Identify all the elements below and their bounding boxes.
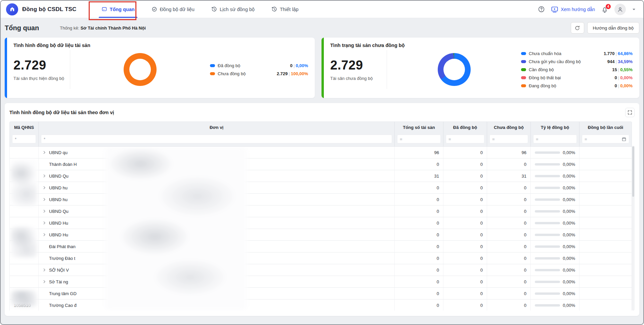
table-row[interactable]: UBND Qu 0 0 0 0,00% xyxy=(10,205,632,217)
table-row[interactable]: UBND Qu 31 0 31 0,00% xyxy=(10,170,632,182)
filter-don-vi[interactable]: * xyxy=(41,135,392,143)
table-vertical-scrollbar[interactable] xyxy=(632,146,635,311)
column-header-ma-qhns[interactable]: Mã QHNS xyxy=(10,122,39,133)
table-row[interactable]: Sở Tài ng 0 0 0 0,00% xyxy=(10,276,632,288)
page-header: Tổng quan Thống kê: Sở Tài chính Thành P… xyxy=(5,18,639,38)
chevron-right-icon[interactable] xyxy=(43,174,46,178)
column-header-tong-so[interactable]: Tổng số tài sản xyxy=(395,122,443,133)
chevron-right-icon[interactable] xyxy=(43,210,46,213)
cell-da-dong-bo: 0 xyxy=(443,147,487,158)
cell-tong-so: 0 xyxy=(395,264,443,276)
cell-ma-qhns xyxy=(10,217,39,229)
legend-item[interactable]: Đang đồng bộ 0|0,00% xyxy=(521,83,633,88)
cell-ma-qhns xyxy=(10,194,39,205)
table-row[interactable]: UBND Hu 0 0 0 0,00% xyxy=(10,217,632,229)
legend-item[interactable]: Chưa đồng bộ 2.729|100,00% xyxy=(210,71,308,76)
help-icon[interactable] xyxy=(538,6,545,13)
cell-tong-so: 0 xyxy=(395,288,443,299)
chart-legend: Chưa chuẩn hóa 1.770|64,86% Chưa gửi yêu… xyxy=(521,51,633,88)
table-row[interactable]: 1058510 Trường Cao đ 0 0 0 0,00% xyxy=(10,299,632,311)
cell-da-dong-bo: 0 xyxy=(443,241,487,252)
sync-progress-bar xyxy=(535,222,560,224)
cell-ty-le: 0,00% xyxy=(531,217,579,229)
table-row[interactable]: Đài Phát than 0 0 0 0,00% xyxy=(10,241,632,252)
cell-ty-le: 0,00% xyxy=(531,158,579,170)
column-header-ty-le[interactable]: Tỷ lệ đồng bộ xyxy=(531,122,579,133)
chevron-right-icon[interactable] xyxy=(43,221,46,225)
legend-marker xyxy=(521,68,526,71)
table-row[interactable]: UBND qu 96 0 96 0,00% xyxy=(10,147,632,158)
legend-item[interactable]: Đồng bộ thất bại 0|0,00% xyxy=(521,75,633,80)
cell-chua-dong-bo: 0 xyxy=(487,205,531,217)
table-row[interactable]: Trung tâm GD 0 0 0 0,00% xyxy=(10,288,632,299)
tab-thiet-lap[interactable]: Thiết lập xyxy=(265,1,305,18)
video-tutorial-icon xyxy=(551,6,558,13)
cell-don-vi: Thành đoàn H xyxy=(39,158,395,170)
chevron-right-icon[interactable] xyxy=(43,198,46,201)
chevron-right-icon[interactable] xyxy=(43,151,46,154)
column-header-don-vi[interactable]: Đơn vị xyxy=(39,122,395,133)
card-unsynced-status: Tình trạng tài sản chưa đồng bộ 2.729 Tà… xyxy=(321,38,639,98)
sync-progress-bar xyxy=(535,163,560,166)
tab-lich-su-dong-bo[interactable]: Lịch sử đồng bộ xyxy=(205,1,261,18)
watch-guide-link[interactable]: Xem hướng dẫn xyxy=(551,6,595,13)
table-row[interactable]: UBND Hu 0 0 0 0,00% xyxy=(10,229,632,241)
filter-da-dong-bo[interactable]: = xyxy=(446,135,484,143)
legend-label: Chưa chuẩn hóa xyxy=(529,51,561,56)
filter-chua-dong-bo[interactable]: = xyxy=(489,135,528,143)
tab-dong-bo-du-lieu[interactable]: Đồng bộ dữ liệu xyxy=(145,1,201,18)
cell-da-dong-bo: 0 xyxy=(443,205,487,217)
cell-da-dong-bo: 0 xyxy=(443,217,487,229)
cell-lan-cuoi xyxy=(579,147,632,158)
cell-ma-qhns xyxy=(10,170,39,182)
tab-label: Tổng quan xyxy=(110,7,135,12)
table-row[interactable]: UBND hu 0 0 0 0,00% xyxy=(10,194,632,205)
expand-table-button[interactable] xyxy=(625,108,635,117)
table-header-row: Mã QHNS Đơn vị Tổng số tài sản Đã đồng b… xyxy=(9,122,632,133)
metric-label: Tài sản thực hiện đồng bộ xyxy=(13,76,70,81)
table-row[interactable]: UBND hu 0 0 0 0,00% xyxy=(10,182,632,194)
scrollbar-thumb[interactable] xyxy=(632,146,634,197)
chevron-right-icon[interactable] xyxy=(43,280,46,283)
legend-item[interactable]: Chưa chuẩn hóa 1.770|64,86% xyxy=(521,51,633,56)
column-header-da-dong-bo[interactable]: Đã đồng bộ xyxy=(443,122,487,133)
cell-da-dong-bo: 0 xyxy=(443,252,487,264)
table-row[interactable]: SỞ NỘI V 0 0 0 0,00% xyxy=(10,264,632,276)
tab-tong-quan[interactable]: Tổng quan xyxy=(95,1,141,18)
cell-chua-dong-bo: 0 xyxy=(487,182,531,193)
legend-label: Đồng bộ thất bại xyxy=(529,75,561,80)
cell-chua-dong-bo: 0 xyxy=(487,194,531,205)
cell-ma-qhns xyxy=(10,229,39,240)
legend-item[interactable]: Cần đồng bộ 15|0,55% xyxy=(521,67,633,72)
chevron-down-icon[interactable] xyxy=(632,7,636,11)
cell-ty-le: 0,00% xyxy=(531,194,579,205)
cell-ty-le: 0,00% xyxy=(531,299,579,311)
cell-don-vi: UBND hu xyxy=(39,194,395,205)
column-header-lan-cuoi[interactable]: Đồng bộ lần cuối xyxy=(579,122,632,133)
filter-tong-so[interactable]: = xyxy=(397,135,441,143)
legend-item[interactable]: Chưa gửi yêu cầu đồng bộ 944|34,59% xyxy=(521,59,633,64)
chevron-right-icon[interactable] xyxy=(43,186,46,189)
app-logo[interactable] xyxy=(6,3,18,15)
chevron-right-icon[interactable] xyxy=(43,233,46,236)
notifications-bell[interactable]: 4 xyxy=(601,6,608,13)
calendar-icon[interactable] xyxy=(621,137,627,142)
table-row[interactable]: Trường Đào t 0 0 0 0,00% xyxy=(10,252,632,264)
cell-ma-qhns xyxy=(10,288,39,299)
cell-tong-so: 96 xyxy=(395,147,443,158)
avatar[interactable] xyxy=(614,4,626,15)
donut-chart-unsynced-status xyxy=(438,53,471,86)
refresh-button[interactable] xyxy=(571,22,584,34)
chevron-right-icon[interactable] xyxy=(43,268,46,272)
legend-item[interactable]: Đã đồng bộ 0|0,00% xyxy=(210,63,308,68)
card-sync-situation: Tình hình đồng bộ dữ liệu tài sản 2.729 … xyxy=(5,38,315,98)
table-row[interactable]: Thành đoàn H 0 0 0 0,00% xyxy=(10,158,632,170)
column-header-chua-dong-bo[interactable]: Chưa đồng bộ xyxy=(487,122,531,133)
sync-guide-button[interactable]: Hướng dẫn đồng bộ xyxy=(587,22,639,34)
sync-progress-bar xyxy=(535,234,560,236)
filter-lan-cuoi[interactable]: = xyxy=(582,135,629,143)
filter-ma-qhns[interactable]: * xyxy=(12,135,36,143)
cell-ma-qhns xyxy=(10,182,39,193)
filter-ty-le[interactable]: = xyxy=(533,135,577,143)
cell-ma-qhns xyxy=(10,252,39,264)
